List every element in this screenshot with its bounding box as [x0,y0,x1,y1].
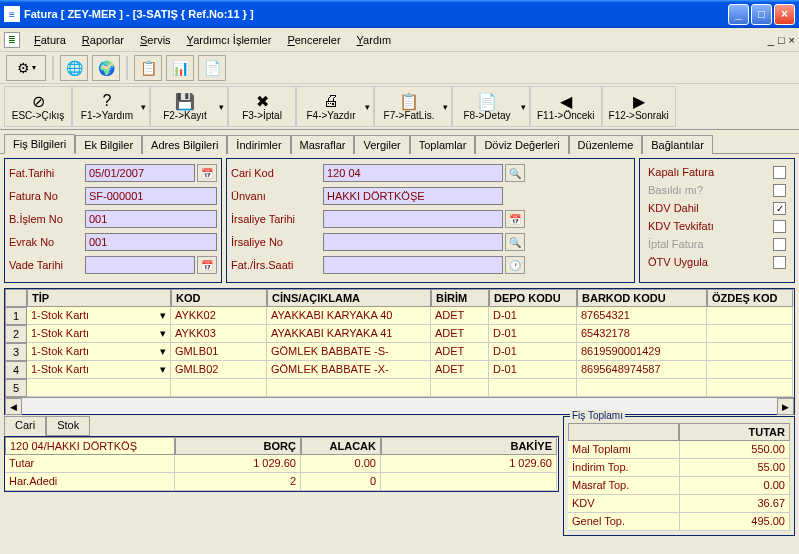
grid-cell[interactable]: 2 [5,325,27,343]
menu-pencereler[interactable]: Pencereler [279,32,348,48]
tb1-btn-3[interactable]: 🌍 [92,55,120,81]
grid-cell[interactable]: 87654321 [577,307,707,325]
grid-cell[interactable] [431,379,489,397]
input-Fatura No[interactable]: SF-000001 [85,187,217,205]
scroll-left-button[interactable]: ◀ [5,398,22,415]
tab-6[interactable]: Toplamlar [410,135,476,154]
checkbox-KDV Tevkifatı[interactable] [773,220,786,233]
menu-servis[interactable]: Servis [132,32,179,48]
grid-cell[interactable]: 1-Stok Kartı ▾ [27,361,171,379]
tb1-btn-2[interactable]: 🌐 [60,55,88,81]
grid-cell[interactable] [171,379,267,397]
grid-cell[interactable]: GÖMLEK BABBATE -X- [267,361,431,379]
grid-header-3[interactable]: CİNS/AÇIKLAMA [267,289,431,307]
scroll-right-button[interactable]: ▶ [777,398,794,415]
grid-cell[interactable]: AYKK03 [171,325,267,343]
grid-cell[interactable]: AYKK02 [171,307,267,325]
grid-cell[interactable]: D-01 [489,343,577,361]
btn-Vade Tarihi[interactable]: 📅 [197,256,217,274]
grid-cell[interactable]: ADET [431,307,489,325]
btn-Cari Kod[interactable]: 🔍 [505,164,525,182]
tab-4[interactable]: Masraflar [291,135,355,154]
tb1-btn-5[interactable]: 📊 [166,55,194,81]
input-Evrak No[interactable]: 001 [85,233,217,251]
table-row[interactable]: 21-Stok Kartı ▾AYKK03AYAKKABI KARYAKA 41… [5,325,794,343]
tab-7[interactable]: Döviz Değerleri [475,135,568,154]
grid-cell[interactable] [577,379,707,397]
subtab-stok[interactable]: Stok [46,416,90,436]
grid-cell[interactable]: 1-Stok Kartı ▾ [27,307,171,325]
grid-cell[interactable] [267,379,431,397]
grid-cell[interactable]: 5 [5,379,27,397]
btn-Fat.Tarihi[interactable]: 📅 [197,164,217,182]
tb-esck[interactable]: ⊘ESC->Çıkış [4,86,72,127]
grid-cell[interactable] [27,379,171,397]
tab-1[interactable]: Ek Bilgiler [75,135,142,154]
tb1-btn-6[interactable]: 📄 [198,55,226,81]
input-Fat.Tarihi[interactable]: 05/01/2007 [85,164,195,182]
grid-cell[interactable]: 1 [5,307,27,325]
checkbox-ÖTV Uygula[interactable] [773,256,786,269]
tb-f2kayt[interactable]: 💾F2->Kayıt [150,86,228,127]
grid-cell[interactable]: 8695648974587 [577,361,707,379]
scroll-track[interactable] [22,398,777,414]
btn-Fat./İrs.Saati[interactable]: 🕐 [505,256,525,274]
input-Vade Tarihi[interactable] [85,256,195,274]
grid-cell[interactable]: 1-Stok Kartı ▾ [27,325,171,343]
grid-cell[interactable]: GMLB01 [171,343,267,361]
menu-fatura[interactable]: Fatura [26,32,74,48]
menu-yardım[interactable]: Yardım [349,32,400,48]
grid-cell[interactable]: D-01 [489,361,577,379]
tb-f3ptal[interactable]: ✖F3->İptal [228,86,296,127]
table-row[interactable]: 5 [5,379,794,397]
grid-header-6[interactable]: BARKOD KODU [577,289,707,307]
input-İrsaliye No[interactable] [323,233,503,251]
grid-cell[interactable] [707,379,793,397]
tab-5[interactable]: Vergiler [354,135,409,154]
table-row[interactable]: 31-Stok Kartı ▾GMLB01GÖMLEK BABBATE -S-A… [5,343,794,361]
tb-f4yazdr[interactable]: 🖨F4->Yazdır [296,86,374,127]
grid-header-7[interactable]: ÖZDEŞ KOD [707,289,793,307]
grid-cell[interactable]: D-01 [489,325,577,343]
grid-cell[interactable]: AYAKKABI KARYAKA 41 [267,325,431,343]
grid-cell[interactable] [707,325,793,343]
input-İrsaliye Tarihi[interactable] [323,210,503,228]
grid-scrollbar-h[interactable]: ◀ ▶ [5,397,794,414]
tab-2[interactable]: Adres Bilgileri [142,135,227,154]
tb1-btn-4[interactable]: 📋 [134,55,162,81]
mdi-minimize[interactable]: _ [768,34,774,46]
grid-cell[interactable] [489,379,577,397]
grid-cell[interactable]: AYAKKABI KARYAKA 40 [267,307,431,325]
input-Ünvanı[interactable]: HAKKI DÖRTKÖŞE [323,187,503,205]
tab-8[interactable]: Düzenleme [569,135,643,154]
grid-cell[interactable]: D-01 [489,307,577,325]
grid-header-2[interactable]: KOD [171,289,267,307]
tb-f7fatlis[interactable]: 📋F7->FatLis. [374,86,452,127]
grid-cell[interactable]: 8619590001429 [577,343,707,361]
tab-3[interactable]: İndirimler [227,135,290,154]
mdi-close[interactable]: × [789,34,795,46]
grid-cell[interactable]: ADET [431,325,489,343]
tab-0[interactable]: Fiş Bilgileri [4,134,75,154]
grid-cell[interactable]: 1-Stok Kartı ▾ [27,343,171,361]
input-Fat./İrs.Saati[interactable] [323,256,503,274]
tb-f12sonraki[interactable]: ▶F12->Sonraki [602,86,676,127]
grid-cell[interactable] [707,307,793,325]
tb1-btn-1[interactable]: ⚙▾ [6,55,46,81]
minimize-button[interactable]: _ [728,4,749,25]
mdi-restore[interactable]: □ [778,34,785,46]
subtab-cari[interactable]: Cari [4,416,46,436]
grid-cell[interactable]: GÖMLEK BABBATE -S- [267,343,431,361]
maximize-button[interactable]: □ [751,4,772,25]
tb-f8detay[interactable]: 📄F8->Detay [452,86,530,127]
menu-yardımcı i̇şlemler[interactable]: Yardımcı İşlemler [179,32,280,48]
grid-header-4[interactable]: BİRİM [431,289,489,307]
tab-9[interactable]: Bağlantılar [642,135,713,154]
grid-cell[interactable] [707,361,793,379]
input-Cari Kod[interactable]: 120 04 [323,164,503,182]
btn-İrsaliye Tarihi[interactable]: 📅 [505,210,525,228]
grid-cell[interactable]: 65432178 [577,325,707,343]
grid-cell[interactable]: GMLB02 [171,361,267,379]
grid-cell[interactable] [707,343,793,361]
input-B.İşlem No[interactable]: 001 [85,210,217,228]
